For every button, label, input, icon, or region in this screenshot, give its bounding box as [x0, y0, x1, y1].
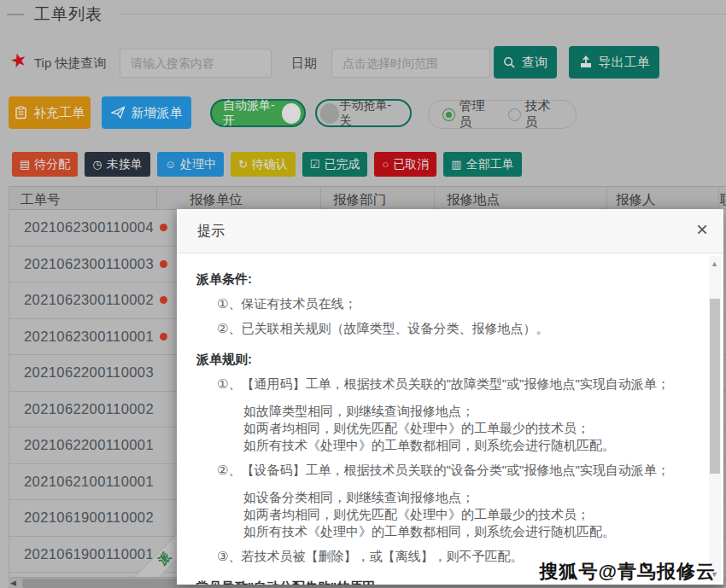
modal-scrollbar-thumb[interactable]	[710, 299, 720, 474]
status-tab[interactable]: ◷未接单	[85, 152, 149, 177]
modal-text-line: 如两者均相同，则优先匹配《处理中》的工单最少的技术员；	[243, 506, 706, 523]
new-dispatch-button[interactable]: 新增派单	[102, 96, 191, 129]
status-tab[interactable]: ☺处理中	[157, 152, 224, 177]
status-tab-label: 处理中	[180, 157, 216, 172]
role-radio-group: 管理员技术员	[428, 100, 577, 129]
order-number: 2021062200110003	[24, 364, 154, 381]
date-label: 日期	[291, 55, 317, 72]
unread-dot-icon	[160, 224, 167, 231]
role-radio-label: 技术员	[525, 98, 562, 131]
status-tab-label: 待确认	[252, 157, 288, 172]
column-header: 报修地点	[447, 191, 500, 209]
shield-check-icon: ☑	[310, 159, 320, 170]
toggle-knob-on-icon	[282, 103, 301, 124]
modal-text-line: ②、已关联相关规则（故障类型、设备分类、报修地点）。	[217, 320, 706, 337]
status-tab-label: 未接单	[107, 157, 143, 172]
column-divider	[434, 187, 435, 210]
column-divider	[606, 187, 607, 210]
quick-query-label: Tip 快捷查询	[34, 55, 106, 72]
status-tab[interactable]: ▤待分配	[12, 152, 78, 177]
toggle-knob-off-icon	[320, 103, 339, 124]
title-right-rule	[120, 14, 726, 15]
star-icon: ★	[9, 49, 29, 72]
auto-dispatch-toggle[interactable]: 自动派单-开	[210, 99, 306, 127]
column-header: 报修单位	[190, 191, 243, 209]
clipboard-icon: ▤	[20, 159, 30, 170]
work-order-page: 工单列表 ★ Tip 快捷查询 日期 查询 导出工单	[0, 0, 726, 588]
page-title: 工单列表	[34, 3, 102, 26]
radio-icon	[442, 108, 455, 121]
column-header: 工单号	[20, 191, 61, 209]
query-button[interactable]: 查询	[494, 46, 557, 79]
supplement-order-button[interactable]: 补充工单	[9, 96, 91, 129]
circle-icon: ○	[382, 159, 389, 170]
search-icon	[503, 56, 516, 69]
radio-icon	[508, 108, 521, 121]
modal-text-line: 如所有技术《处理中》的工单数都相同，则系统会进行随机匹配。	[243, 437, 706, 454]
status-tab-label: 已取消	[393, 157, 429, 172]
order-number: 2021062300110002	[24, 292, 154, 308]
modal-title: 提示	[197, 223, 225, 241]
smiley-icon: ☺	[165, 159, 176, 170]
column-header: 联	[720, 191, 726, 209]
modal-text-line: 如两者均相同，则优先匹配《处理中》的工单最少的技术员；	[243, 420, 706, 437]
date-range-input[interactable]	[331, 49, 490, 78]
role-radio[interactable]: 技术员	[508, 98, 562, 131]
status-tab[interactable]: ▥全部工单	[443, 152, 521, 177]
status-tab[interactable]: ↻待确认	[231, 152, 296, 177]
close-icon[interactable]: ×	[696, 219, 708, 240]
order-number: 2021062200110002	[24, 401, 154, 417]
search-input[interactable]	[120, 49, 272, 78]
document-icon: ▥	[451, 159, 461, 170]
paper-plane-icon	[111, 106, 126, 119]
scroll-left-arrow-icon[interactable]: ◀	[10, 579, 16, 587]
modal-text-line: ①、【通用码】工单，根据技术员关联的"故障类型"或"报修地点"实现自动派单；	[217, 376, 706, 393]
status-tab[interactable]: ☑已完成	[302, 152, 368, 177]
modal-text-line: 如所有技术《处理中》的工单数都相同，则系统会进行随机匹配。	[243, 523, 706, 540]
scroll-up-arrow-icon[interactable]: ▲	[711, 259, 718, 268]
order-number: 2021062100110001	[24, 474, 154, 490]
query-button-label: 查询	[522, 55, 547, 71]
status-tab-row: ▤待分配◷未接单☺处理中↻待确认☑已完成○已取消▥全部工单	[12, 152, 522, 177]
table-header: 工单号报修单位报修部门报修地点报修人联	[9, 186, 726, 210]
action-row: 补充工单 新增派单 自动派单-开 手动抢单-关 管理员技术员	[0, 94, 726, 133]
order-number: 2021061900110001	[24, 546, 154, 562]
unread-dot-icon	[160, 296, 167, 304]
export-orders-button[interactable]: 导出工单	[569, 46, 659, 79]
order-number: 2021062300110003	[24, 256, 154, 272]
column-header: 报修部门	[333, 191, 386, 209]
modal-text-line: ②、【设备码】工单，根据技术员关联的"设备分类"或"报修地点"实现自动派单；	[217, 462, 706, 479]
column-divider	[320, 187, 321, 210]
history-icon: ↻	[238, 159, 248, 170]
modal-vertical-scrollbar[interactable]: ▲ ▼	[709, 256, 721, 582]
modal-header: 提示 ×	[177, 209, 723, 253]
clock-icon: ◷	[92, 159, 102, 170]
auto-dispatch-toggle-label: 自动派单-开	[223, 98, 282, 129]
modal-body: 派单条件:①、保证有技术员在线；②、已关联相关规则（故障类型、设备分类、报修地点…	[177, 253, 706, 585]
order-number: 2021062300110001	[24, 329, 154, 345]
order-number: 2021062200110001	[24, 437, 154, 453]
title-left-rule	[7, 14, 24, 15]
role-radio[interactable]: 管理员	[442, 98, 496, 131]
column-header: 报修人	[616, 191, 656, 209]
manual-grab-toggle-label: 手动抢单-关	[339, 98, 399, 129]
new-dispatch-button-label: 新增派单	[132, 105, 183, 121]
modal-text-line: 如设备分类相同，则继续查询报修地点；	[243, 489, 706, 506]
unread-dot-icon	[160, 260, 167, 268]
modal-text-line: ①、保证有技术员在线；	[217, 295, 706, 312]
status-tab[interactable]: ○已取消	[374, 152, 436, 177]
unread-dot-icon	[160, 333, 167, 341]
modal-heading: 派单规则:	[196, 351, 706, 368]
tips-modal: 提示 × 派单条件:①、保证有技术员在线；②、已关联相关规则（故障类型、设备分类…	[177, 209, 723, 585]
title-bar: 工单列表	[0, 0, 726, 29]
role-radio-label: 管理员	[460, 98, 496, 131]
status-tab-label: 已完成	[324, 157, 360, 172]
modal-text-line: 如故障类型相同，则继续查询报修地点；	[243, 403, 706, 420]
export-icon	[579, 55, 593, 69]
status-tab-label: 全部工单	[466, 157, 514, 172]
column-divider	[718, 187, 719, 210]
clipboard-icon	[15, 106, 27, 119]
export-button-label: 导出工单	[599, 55, 650, 71]
manual-grab-toggle[interactable]: 手动抢单-关	[315, 99, 412, 127]
filter-row: ★ Tip 快捷查询 日期 查询 导出工单	[0, 44, 726, 82]
